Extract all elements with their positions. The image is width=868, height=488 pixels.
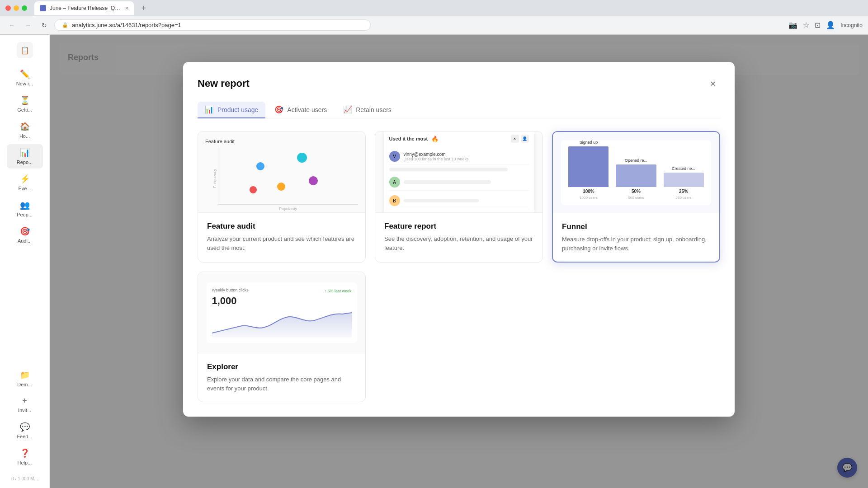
feature-report-card[interactable]: Used it the most 🔥 × 👤 V (375, 131, 543, 263)
funnel-card[interactable]: Signed up 100% 1000 users (552, 131, 720, 263)
funnel-bar-label-2: Opened re... (625, 158, 647, 163)
url-text: analytics.june.so/a/14631/reports?page=1 (72, 22, 181, 28)
fr-user-sub-1: Used 100 times in the last 10 weeks (404, 157, 529, 161)
explorer-badge: ↑ 5% last week (324, 289, 351, 293)
funnel-bar-group-1: Signed up 100% 1000 users (568, 140, 609, 200)
tab-close-button[interactable]: × (126, 5, 128, 11)
funnel-users-2: 500 users (628, 196, 644, 200)
modal-tabs: 📊 Product usage 🎯 Activate users 📈 Retai… (198, 102, 720, 118)
sidebar-item-label: New r... (16, 81, 33, 86)
fr-user-row-2: A (389, 174, 529, 191)
funnel-pct-1: 100% (583, 189, 594, 194)
funnel-bar-1 (568, 146, 609, 187)
sidebar-item-events[interactable]: ⚡ Eve... (7, 170, 43, 195)
tab-retain-users-label: Retain users (356, 106, 392, 113)
incognito-label: Incognito (840, 22, 863, 28)
browser-tab[interactable]: June – Feature Release_QR Code... × (34, 1, 134, 15)
explorer-preview-area: Weekly button clicks ↑ 5% last week 1,00… (198, 272, 365, 353)
lock-icon: 🔒 (62, 22, 68, 28)
tab-retain-users[interactable]: 📈 Retain users (336, 102, 399, 118)
feature-audit-title: Feature audit (207, 222, 356, 231)
x-axis-label: Popularity (218, 206, 358, 211)
explorer-desc: Explore your data and compare the core p… (207, 375, 356, 393)
home-icon: 🏠 (20, 122, 30, 131)
explorer-metric-value: 1,000 (212, 295, 352, 307)
explorer-metric-label: Weekly button clicks (212, 288, 249, 292)
fr-user-email-1: vinny@example.com (404, 152, 529, 157)
sidebar-item-reports[interactable]: 📊 Repo... (7, 144, 43, 169)
explorer-title: Explorer (207, 362, 356, 371)
fr-placeholder-2 (404, 180, 491, 184)
sidebar-item-label: Repo... (17, 160, 33, 165)
explorer-chart (212, 310, 352, 338)
modal-close-button[interactable]: × (706, 76, 720, 91)
sidebar-item-label: Eve... (18, 186, 31, 191)
tab-product-usage[interactable]: 📊 Product usage (198, 102, 265, 118)
explorer-card[interactable]: Weekly button clicks ↑ 5% last week 1,00… (198, 272, 366, 402)
sidebar-item-audiences[interactable]: 🎯 Audi... (7, 223, 43, 247)
funnel-bar-group-3: Created ne... 25% 250 users (664, 166, 704, 200)
fr-avatar-3: B (389, 195, 400, 206)
reader-icon[interactable]: ⊡ (815, 21, 821, 29)
sidebar-item-people[interactable]: 👥 Peop... (7, 197, 43, 221)
window-minimize[interactable] (14, 5, 19, 11)
sidebar-item-help[interactable]: ❓ Help... (7, 445, 43, 469)
sidebar-item-new-report[interactable]: ✏️ New r... (7, 66, 43, 90)
sidebar-item-getting-started[interactable]: ⏳ Getti... (7, 92, 43, 116)
help-icon: ❓ (20, 448, 30, 458)
sidebar-item-demo[interactable]: 📁 Dem... (7, 366, 43, 391)
window-close[interactable] (5, 5, 11, 11)
scatter-dot-1 (256, 162, 264, 170)
funnel-card-body: Funnel Measure drop-offs in your product… (553, 213, 719, 262)
funnel-users-3: 250 users (675, 196, 691, 200)
funnel-pct-3: 25% (679, 189, 688, 194)
explorer-line-chart (212, 310, 352, 338)
feature-audit-chart-label: Feature audit (205, 139, 358, 144)
window-maximize[interactable] (22, 5, 27, 11)
explorer-widget: Weekly button clicks ↑ 5% last week 1,00… (207, 282, 357, 343)
star-icon[interactable]: ☆ (803, 21, 809, 29)
feature-report-card-body: Feature report See the discovery, adopti… (375, 213, 542, 261)
fr-emoji: 🔥 (431, 136, 439, 142)
back-button[interactable]: ← (5, 19, 18, 32)
page-layout: 📋 ✏️ New r... ⏳ Getti... 🏠 Ho... 📊 Repo.… (0, 35, 868, 488)
demo-icon: 📁 (20, 370, 30, 380)
tab-title: June – Feature Release_QR Code... (50, 5, 122, 11)
funnel-bar-label-3: Created ne... (672, 166, 695, 171)
browser-chrome: June – Feature Release_QR Code... × + ← … (0, 0, 868, 35)
tab-activate-users[interactable]: 🎯 Activate users (267, 102, 334, 118)
funnel-desc: Measure drop-offs in your product: sign … (562, 235, 710, 253)
feature-audit-card[interactable]: Feature audit Frequency (198, 131, 366, 263)
sidebar-item-home[interactable]: 🏠 Ho... (7, 118, 43, 142)
forward-button[interactable]: → (22, 19, 34, 32)
tab-product-usage-label: Product usage (217, 106, 258, 113)
edit-icon: ✏️ (20, 69, 30, 79)
funnel-bar-3 (664, 173, 704, 187)
fr-placeholder-1 (389, 168, 508, 171)
browser-titlebar: June – Feature Release_QR Code... × + (0, 0, 868, 16)
y-axis-label: Frequency (212, 169, 217, 188)
sidebar-item-label: Audi... (18, 238, 32, 244)
sidebar-item-label: Peop... (17, 212, 33, 217)
feature-report-widget: Used it the most 🔥 × 👤 V (384, 131, 534, 213)
funnel-title: Funnel (562, 222, 710, 231)
reports-icon: 📊 (20, 148, 30, 158)
explorer-card-body: Explorer Explore your data and compare t… (198, 353, 365, 402)
camera-icon: 📷 (788, 21, 797, 29)
sidebar-item-feedback[interactable]: 💬 Feed... (7, 418, 43, 443)
profile-icon[interactable]: 👤 (826, 21, 835, 29)
retain-users-tab-icon: 📈 (343, 105, 352, 114)
sidebar-item-label: Feed... (17, 434, 32, 439)
sidebar: 📋 ✏️ New r... ⏳ Getti... 🏠 Ho... 📊 Repo.… (0, 35, 50, 488)
activate-users-tab-icon: 🎯 (274, 105, 283, 114)
address-bar[interactable]: 🔒 analytics.june.so/a/14631/reports?page… (54, 19, 371, 31)
new-tab-button[interactable]: + (137, 2, 150, 14)
funnel-pct-2: 50% (632, 189, 641, 194)
reload-button[interactable]: ↻ (38, 19, 51, 32)
fr-btn-2: 👤 (521, 135, 529, 143)
fr-user-row-3: B (389, 192, 529, 209)
loading-icon: ⏳ (20, 95, 30, 105)
sidebar-item-invite[interactable]: + Invit... (7, 393, 43, 417)
main-content: Reports New report × 📊 Product usage (50, 35, 868, 488)
feature-report-desc: See the discovery, adoption, retention, … (384, 235, 533, 252)
